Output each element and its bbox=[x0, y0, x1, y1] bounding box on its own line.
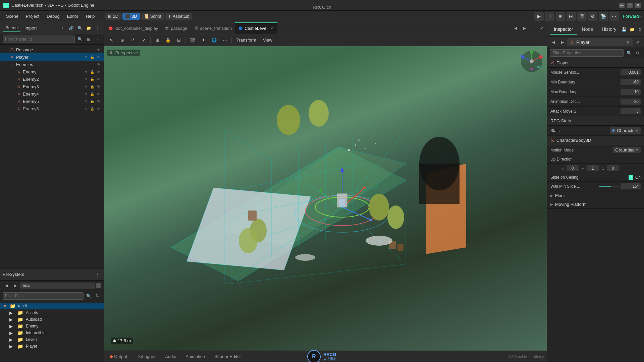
eye-icon[interactable]: 👁 bbox=[96, 99, 101, 104]
transform-label[interactable]: Transform bbox=[234, 36, 259, 44]
scene-more[interactable]: ⋮ bbox=[94, 36, 101, 43]
scale-tool[interactable]: ⤢ bbox=[139, 36, 148, 45]
edit-icon[interactable]: ✎ bbox=[84, 84, 89, 89]
tab-expand-button[interactable]: ⤢ bbox=[538, 24, 545, 32]
mouse-sensitivity-value[interactable]: 0.001 bbox=[621, 69, 641, 75]
tab-audio[interactable]: Audio bbox=[162, 353, 179, 360]
rotate-tool[interactable]: ↺ bbox=[128, 36, 138, 45]
filter-button[interactable]: 🔍 bbox=[76, 24, 84, 32]
fs-filter-input[interactable] bbox=[3, 292, 84, 300]
tab-output[interactable]: Output bbox=[107, 353, 130, 360]
menu-debug[interactable]: Debug bbox=[43, 12, 63, 20]
fs-back-button[interactable]: ◀ bbox=[3, 282, 10, 289]
camera-btn[interactable]: 🎬 bbox=[188, 36, 197, 45]
attack-move-value[interactable]: 3 bbox=[621, 108, 641, 114]
stats-dropdown[interactable]: ⚙ Characte ▼ bbox=[610, 127, 641, 134]
x-value[interactable]: 0 bbox=[567, 165, 579, 171]
tab-loot-container[interactable]: 🔴 loot_container_display bbox=[105, 22, 161, 34]
tab-import[interactable]: Import bbox=[22, 24, 40, 32]
menu-scene[interactable]: Scene bbox=[3, 12, 22, 20]
eye-icon[interactable]: 👁 bbox=[96, 106, 101, 111]
particles-btn[interactable]: ✦ bbox=[199, 36, 208, 45]
eye-icon[interactable]: 👁 bbox=[96, 69, 101, 74]
grid-btn[interactable]: ⊟ bbox=[174, 36, 183, 45]
settings-button[interactable]: ⚙ bbox=[588, 12, 597, 21]
tab-shader-editor[interactable]: Shader Editor bbox=[211, 353, 245, 360]
edit-icon[interactable]: ✎ bbox=[84, 69, 89, 74]
fs-item-assets[interactable]: ▶ 📁 Assets bbox=[0, 309, 104, 316]
snap-btn[interactable]: 🔒 bbox=[163, 36, 173, 45]
nav-forward-button[interactable]: ▶ bbox=[558, 39, 566, 46]
tab-passage[interactable]: 🎬 passage bbox=[161, 22, 191, 34]
edit-icon[interactable]: ✎ bbox=[84, 54, 89, 60]
min-boundary-value[interactable]: -60 bbox=[621, 79, 641, 85]
nav-back-button[interactable]: ◀ bbox=[550, 39, 557, 46]
eye-icon[interactable]: 👁 bbox=[96, 62, 101, 67]
max-boundary-value[interactable]: 10 bbox=[621, 89, 641, 95]
3d-button[interactable]: ⬛ 3D bbox=[122, 13, 140, 20]
fs-item-player[interactable]: ▶ 📁 Player bbox=[0, 343, 104, 350]
lock-icon[interactable]: 🔒 bbox=[90, 91, 95, 97]
fs-item-enemy[interactable]: ▶ 📁 Enemy bbox=[0, 323, 104, 329]
fs-item-interactible[interactable]: ▶ 📁 Interactible bbox=[0, 329, 104, 336]
tree-item-enemy5[interactable]: ⚔ Enemy5 ✎ 🔒 👁 bbox=[0, 98, 104, 105]
more-button[interactable]: ⋯ bbox=[609, 12, 619, 21]
slide-ceiling-checkbox[interactable]: ✓ On bbox=[629, 175, 641, 180]
eye-icon[interactable]: 👁 bbox=[96, 91, 101, 97]
step-button[interactable]: ⏭ bbox=[567, 12, 576, 21]
tree-item-enemies[interactable]: ○ Enemies 👁 bbox=[0, 61, 104, 68]
tab-next-button[interactable]: ▶ bbox=[521, 24, 528, 32]
2d-button[interactable]: ⊞ 2D bbox=[105, 13, 121, 20]
y-value[interactable]: 1 bbox=[587, 165, 599, 171]
inspect-floppy-icon[interactable]: ⚙ bbox=[637, 26, 644, 33]
animation-dec-value[interactable]: 20 bbox=[621, 99, 641, 105]
eye-icon[interactable]: 👁 bbox=[96, 47, 101, 52]
tree-item-player[interactable]: ⚔ Player ✎ 🔒 👁 bbox=[0, 53, 104, 61]
play-button[interactable]: ▶ bbox=[534, 12, 544, 21]
more-scene-button[interactable]: ⋮ bbox=[94, 24, 101, 32]
node-select-button[interactable]: ⚔ Player ▼ bbox=[567, 38, 633, 46]
edit-icon[interactable]: ✎ bbox=[84, 76, 89, 82]
move-tool[interactable]: ⊕ bbox=[117, 36, 127, 45]
group-button[interactable]: 📁 bbox=[85, 24, 92, 32]
maximize-button[interactable]: □ bbox=[627, 3, 633, 8]
inspect-save-icon[interactable]: 💾 bbox=[621, 26, 628, 33]
fs-item-levels[interactable]: ▶ 📁 Levels bbox=[0, 336, 104, 343]
pause-button[interactable]: ⏸ bbox=[545, 12, 554, 21]
tree-item-enemy3[interactable]: ⚔ Enemy3 ✎ 🔒 👁 bbox=[0, 83, 104, 90]
tab-castle-level[interactable]: 🔵 CastleLevel ✕ bbox=[235, 22, 277, 34]
filter-input[interactable] bbox=[550, 49, 624, 57]
minimize-button[interactable]: — bbox=[619, 3, 625, 8]
z-value[interactable]: 0 bbox=[607, 165, 619, 171]
movie-button[interactable]: 🎬 bbox=[577, 12, 587, 21]
tab-animation[interactable]: Animation bbox=[182, 353, 208, 360]
moving-platform-section[interactable]: ▶ Moving Platform bbox=[547, 200, 644, 209]
window-controls[interactable]: — □ ✕ bbox=[619, 3, 641, 8]
lock-icon[interactable]: 🔒 bbox=[90, 84, 95, 89]
lock-icon[interactable]: 🔒 bbox=[90, 99, 95, 104]
edit-icon[interactable]: ✎ bbox=[84, 91, 89, 97]
eye-icon[interactable]: 👁 bbox=[96, 54, 101, 60]
wall-min-slide-value[interactable]: 15° bbox=[621, 183, 641, 189]
tree-item-enemy2[interactable]: ⚔ Enemy2 ✎ 🔒 👁 bbox=[0, 75, 104, 83]
view-label[interactable]: View bbox=[260, 36, 275, 44]
fs-more-button[interactable]: ⋮ bbox=[94, 271, 101, 278]
tab-close-button[interactable]: ✕ bbox=[269, 26, 274, 31]
remote-button[interactable]: 📡 bbox=[599, 12, 608, 21]
tab-scene[interactable]: Scene bbox=[3, 24, 20, 32]
floor-section[interactable]: ▶ Floor bbox=[547, 191, 644, 200]
fs-sort-icon[interactable]: ⇅ bbox=[94, 292, 101, 300]
eye-icon[interactable]: 👁 bbox=[96, 84, 101, 89]
scene-filter-search[interactable]: 🔍 bbox=[76, 36, 84, 43]
fs-forward-button[interactable]: ▶ bbox=[11, 282, 19, 289]
fs-item-autoload[interactable]: ▶ 📁 Autoload bbox=[0, 316, 104, 323]
add-node-button[interactable]: + bbox=[59, 24, 66, 32]
link-button[interactable]: 🔗 bbox=[67, 24, 75, 32]
lock-icon[interactable]: 🔒 bbox=[90, 69, 95, 74]
menu-help[interactable]: Help bbox=[83, 12, 98, 20]
tab-debugger[interactable]: Debugger bbox=[133, 353, 159, 360]
wall-slide-slider[interactable] bbox=[599, 186, 619, 187]
tab-scene-transition[interactable]: 🎬 scene_transition bbox=[191, 22, 235, 34]
fs-item-res[interactable]: ▼ 📁 res:// bbox=[0, 303, 104, 309]
fs-search-icon[interactable]: 🔍 bbox=[85, 292, 92, 300]
